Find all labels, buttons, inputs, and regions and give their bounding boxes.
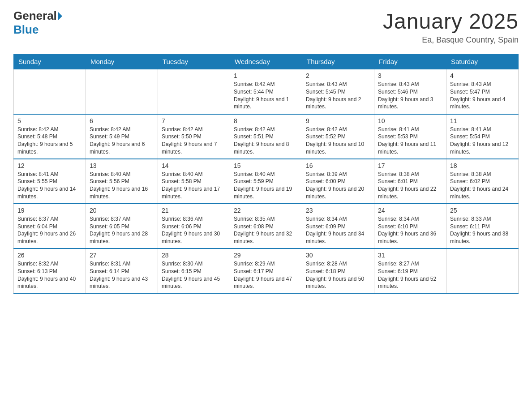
calendar-cell: 2Sunrise: 8:43 AM Sunset: 5:45 PM Daylig… [302,69,374,114]
day-number: 25 [450,207,515,214]
day-number: 22 [234,207,298,214]
title-block: January 2025 Ea, Basque Country, Spain [383,9,519,45]
logo-general-text: General [13,9,57,23]
day-of-week-thursday: Thursday [302,54,374,69]
calendar-cell: 25Sunrise: 8:33 AM Sunset: 6:11 PM Dayli… [446,204,519,248]
day-info: Sunrise: 8:33 AM Sunset: 6:11 PM Dayligh… [450,215,515,245]
calendar-cell: 30Sunrise: 8:28 AM Sunset: 6:18 PM Dayli… [302,248,374,293]
day-number: 20 [90,207,154,214]
day-number: 12 [17,162,82,169]
day-number: 15 [234,162,298,169]
day-info: Sunrise: 8:36 AM Sunset: 6:06 PM Dayligh… [162,215,226,245]
day-number: 18 [450,162,515,169]
day-info: Sunrise: 8:38 AM Sunset: 6:02 PM Dayligh… [450,171,515,201]
day-number: 13 [90,162,154,169]
calendar-cell: 3Sunrise: 8:43 AM Sunset: 5:46 PM Daylig… [374,69,446,114]
day-info: Sunrise: 8:31 AM Sunset: 6:14 PM Dayligh… [90,260,154,290]
calendar-cell: 8Sunrise: 8:42 AM Sunset: 5:51 PM Daylig… [230,114,302,159]
day-number: 30 [306,252,370,259]
day-info: Sunrise: 8:38 AM Sunset: 6:01 PM Dayligh… [378,171,442,201]
day-number: 28 [162,252,226,259]
day-number: 23 [306,207,370,214]
day-number: 16 [306,162,370,169]
calendar-cell: 28Sunrise: 8:30 AM Sunset: 6:15 PM Dayli… [158,248,230,293]
day-of-week-friday: Friday [374,54,446,69]
calendar-body: 1Sunrise: 8:42 AM Sunset: 5:44 PM Daylig… [14,69,519,294]
day-info: Sunrise: 8:28 AM Sunset: 6:18 PM Dayligh… [306,260,370,290]
day-number: 19 [17,207,82,214]
calendar-cell: 14Sunrise: 8:40 AM Sunset: 5:58 PM Dayli… [158,159,230,204]
calendar-cell: 24Sunrise: 8:34 AM Sunset: 6:10 PM Dayli… [374,204,446,248]
day-info: Sunrise: 8:43 AM Sunset: 5:46 PM Dayligh… [378,81,442,111]
day-number: 6 [90,117,154,124]
day-number: 7 [162,117,226,124]
day-info: Sunrise: 8:43 AM Sunset: 5:45 PM Dayligh… [306,81,370,111]
calendar-cell [158,69,230,114]
day-info: Sunrise: 8:35 AM Sunset: 6:08 PM Dayligh… [234,215,298,245]
day-number: 9 [306,117,370,124]
day-of-week-saturday: Saturday [446,54,519,69]
day-of-week-monday: Monday [86,54,158,69]
days-of-week-row: SundayMondayTuesdayWednesdayThursdayFrid… [14,54,519,69]
day-number: 14 [162,162,226,169]
calendar-cell: 16Sunrise: 8:39 AM Sunset: 6:00 PM Dayli… [302,159,374,204]
logo-blue-text: Blue [13,23,39,37]
calendar-cell: 20Sunrise: 8:37 AM Sunset: 6:05 PM Dayli… [86,204,158,248]
day-info: Sunrise: 8:27 AM Sunset: 6:19 PM Dayligh… [378,260,442,290]
day-info: Sunrise: 8:37 AM Sunset: 6:04 PM Dayligh… [17,215,82,245]
calendar-title: January 2025 [383,9,519,34]
day-number: 17 [378,162,442,169]
calendar-cell: 22Sunrise: 8:35 AM Sunset: 6:08 PM Dayli… [230,204,302,248]
calendar-cell: 29Sunrise: 8:29 AM Sunset: 6:17 PM Dayli… [230,248,302,293]
day-number: 21 [162,207,226,214]
calendar-cell: 13Sunrise: 8:40 AM Sunset: 5:56 PM Dayli… [86,159,158,204]
day-number: 29 [234,252,298,259]
day-info: Sunrise: 8:40 AM Sunset: 5:58 PM Dayligh… [162,171,226,201]
day-info: Sunrise: 8:42 AM Sunset: 5:50 PM Dayligh… [162,126,226,156]
calendar-cell [446,248,519,293]
day-info: Sunrise: 8:34 AM Sunset: 6:09 PM Dayligh… [306,215,370,245]
calendar-cell: 5Sunrise: 8:42 AM Sunset: 5:48 PM Daylig… [14,114,86,159]
day-number: 27 [90,252,154,259]
day-of-week-sunday: Sunday [14,54,86,69]
day-number: 11 [450,117,515,124]
day-info: Sunrise: 8:39 AM Sunset: 6:00 PM Dayligh… [306,171,370,201]
calendar-cell: 12Sunrise: 8:41 AM Sunset: 5:55 PM Dayli… [14,159,86,204]
day-info: Sunrise: 8:42 AM Sunset: 5:49 PM Dayligh… [90,126,154,156]
day-info: Sunrise: 8:42 AM Sunset: 5:44 PM Dayligh… [234,81,298,111]
logo-arrow-icon [58,12,62,21]
day-number: 26 [17,252,82,259]
day-info: Sunrise: 8:34 AM Sunset: 6:10 PM Dayligh… [378,215,442,245]
day-number: 4 [450,72,515,79]
calendar-cell: 7Sunrise: 8:42 AM Sunset: 5:50 PM Daylig… [158,114,230,159]
calendar-cell: 19Sunrise: 8:37 AM Sunset: 6:04 PM Dayli… [14,204,86,248]
week-row-3: 12Sunrise: 8:41 AM Sunset: 5:55 PM Dayli… [14,159,519,204]
page-header: General Blue January 2025 Ea, Basque Cou… [13,9,519,45]
calendar-header: SundayMondayTuesdayWednesdayThursdayFrid… [14,54,519,69]
day-number: 10 [378,117,442,124]
calendar-cell: 11Sunrise: 8:41 AM Sunset: 5:54 PM Dayli… [446,114,519,159]
calendar-cell [14,69,86,114]
calendar-cell [86,69,158,114]
calendar-cell: 21Sunrise: 8:36 AM Sunset: 6:06 PM Dayli… [158,204,230,248]
day-info: Sunrise: 8:37 AM Sunset: 6:05 PM Dayligh… [90,215,154,245]
calendar-cell: 4Sunrise: 8:43 AM Sunset: 5:47 PM Daylig… [446,69,519,114]
day-number: 31 [378,252,442,259]
day-number: 8 [234,117,298,124]
calendar-cell: 31Sunrise: 8:27 AM Sunset: 6:19 PM Dayli… [374,248,446,293]
day-info: Sunrise: 8:32 AM Sunset: 6:13 PM Dayligh… [17,260,82,290]
day-info: Sunrise: 8:42 AM Sunset: 5:48 PM Dayligh… [17,126,82,156]
day-info: Sunrise: 8:30 AM Sunset: 6:15 PM Dayligh… [162,260,226,290]
day-info: Sunrise: 8:42 AM Sunset: 5:51 PM Dayligh… [234,126,298,156]
calendar-cell: 17Sunrise: 8:38 AM Sunset: 6:01 PM Dayli… [374,159,446,204]
calendar-table: SundayMondayTuesdayWednesdayThursdayFrid… [13,54,519,294]
calendar-cell: 9Sunrise: 8:42 AM Sunset: 5:52 PM Daylig… [302,114,374,159]
calendar-cell: 27Sunrise: 8:31 AM Sunset: 6:14 PM Dayli… [86,248,158,293]
day-info: Sunrise: 8:40 AM Sunset: 5:59 PM Dayligh… [234,171,298,201]
day-info: Sunrise: 8:40 AM Sunset: 5:56 PM Dayligh… [90,171,154,201]
week-row-1: 1Sunrise: 8:42 AM Sunset: 5:44 PM Daylig… [14,69,519,114]
calendar-cell: 10Sunrise: 8:41 AM Sunset: 5:53 PM Dayli… [374,114,446,159]
day-info: Sunrise: 8:41 AM Sunset: 5:53 PM Dayligh… [378,126,442,156]
day-info: Sunrise: 8:41 AM Sunset: 5:55 PM Dayligh… [17,171,82,201]
calendar-cell: 23Sunrise: 8:34 AM Sunset: 6:09 PM Dayli… [302,204,374,248]
